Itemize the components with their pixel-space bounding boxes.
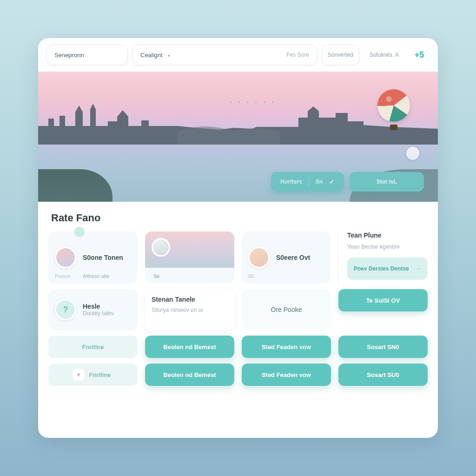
action-button-r3c4[interactable]: Sosart SN0 (338, 336, 428, 358)
tile-photo-caption: Se (151, 272, 162, 280)
tile-sub: Doutey tales (83, 310, 114, 317)
more-filters-button[interactable]: +5 (409, 45, 430, 65)
divider (309, 177, 309, 186)
hero-actions: Hortfers Sn ✓ Stot IsL (271, 172, 424, 192)
tile-title: Ore Pooke (271, 306, 302, 313)
search-input[interactable]: Senepronn (46, 45, 128, 65)
action-label: Beolen nd Bemest (163, 344, 216, 350)
tile-title: S0one Tonen (83, 254, 131, 261)
tile-destination-2[interactable]: S0eere Ovt 65 (242, 231, 331, 284)
shore-left-decoration (38, 169, 112, 202)
hero-button-secondary-label: Stot IsL (377, 178, 397, 185)
action-button-r3c3[interactable]: Sted Feaden vow (242, 336, 331, 358)
settings-label: Sofulinés. A (370, 52, 399, 58)
tile-sub: Stlorya rorseov on oi (152, 307, 228, 313)
arrow-right-icon: → (416, 265, 421, 272)
sort-select[interactable]: Sonverted (322, 45, 359, 65)
hero-button-primary-a: Hortfers (280, 178, 302, 185)
action-button-r4c2[interactable]: Beolen nd Bemest (145, 364, 234, 386)
shore-right-decoration (350, 169, 438, 202)
balloon-decoration (377, 89, 410, 131)
tile-destination-1[interactable]: S0one Tonen Pnison Althesn alte (48, 231, 138, 284)
tile-title: S0eere Ovt (276, 254, 324, 261)
hero-banner: › › › › › › Hortfers Sn ✓ Stot IsL (38, 72, 438, 202)
tile-photo-image (145, 231, 234, 268)
tile-foot-left: Pnison (55, 273, 71, 279)
category-label: Cealignt (140, 52, 163, 59)
action-button-r4c3[interactable]: Sted Feaden vow (242, 364, 331, 386)
tile-option[interactable]: Ore Pooke (242, 289, 331, 330)
action-label: Sted Feaden vow (262, 344, 311, 350)
tile-title: Hesle (83, 303, 114, 310)
badge-decoration (74, 227, 85, 237)
action-button-r3c2[interactable]: Beolen nd Bemest (145, 336, 234, 358)
sidebar-subtitle: Yean Beclse egentire (347, 244, 428, 250)
category-select[interactable]: Cealignt ▾ Fes Sore (132, 45, 317, 65)
action-button-r3c1[interactable]: Fnriline (48, 336, 138, 358)
chevron-down-icon: ▾ (73, 369, 85, 381)
action-label: Beolen nd Bemest (163, 371, 216, 378)
action-button-r4c4[interactable]: Sosart SU0 (338, 364, 428, 386)
sidebar-chip[interactable]: Poev Dersies Dentse → (347, 258, 428, 280)
action-label: Fnriline (82, 344, 104, 350)
cta-button-r2[interactable]: Te SulSi OV (338, 289, 428, 311)
section-header: Rate Fano (38, 202, 438, 227)
tile-foot-right: Althesn alte (83, 273, 109, 279)
sidebar-panel: Tean Plune Yean Beclse egentire Poev Der… (338, 231, 428, 284)
app-card: Senepronn Cealignt ▾ Fes Sore Sonverted … (38, 38, 438, 438)
avatar (248, 247, 270, 268)
content-grid: S0one Tonen Pnison Althesn alte Se S0eer… (38, 227, 438, 394)
chevron-down-icon: ▾ (168, 53, 170, 58)
sidebar-chip-label: Poev Dersies Dentse (354, 265, 409, 272)
cta-label: Te SulSi OV (366, 297, 400, 304)
hero-button-secondary[interactable]: Stot IsL (350, 172, 424, 192)
question-icon: ? (55, 299, 76, 320)
check-icon: ✓ (329, 178, 335, 185)
action-button-r4c1[interactable]: ▾ Fnriline (48, 364, 138, 386)
topbar: Senepronn Cealignt ▾ Fes Sore Sonverted … (38, 38, 438, 65)
tile-featured[interactable]: Stenan Tanele Stlorya rorseov on oi (145, 289, 234, 330)
action-label: Sosart SU0 (367, 371, 399, 378)
action-label: Sted Feaden vow (262, 371, 311, 378)
settings-link[interactable]: Sofulinés. A (364, 45, 404, 65)
hero-button-primary-b: Sn (316, 178, 323, 185)
action-label: Sosart SN0 (367, 344, 399, 350)
tile-help[interactable]: ? Hesle Doutey tales (48, 289, 138, 330)
more-filters-label: +5 (415, 50, 424, 60)
category-hint: Fes Sore (286, 52, 309, 58)
tile-photo[interactable]: Se (145, 231, 234, 284)
sidebar-title: Tean Plune (347, 231, 428, 239)
avatar (55, 247, 76, 268)
action-label: Fnriline (89, 371, 111, 378)
section-title: Rate Fano (51, 212, 425, 224)
search-placeholder: Senepronn (54, 52, 84, 59)
tile-title: Stenan Tanele (152, 296, 228, 303)
favorite-indicator[interactable] (406, 147, 419, 160)
sort-label: Sonverted (328, 52, 353, 58)
tile-value: 65 (248, 273, 254, 279)
hero-button-primary[interactable]: Hortfers Sn ✓ (271, 172, 344, 192)
